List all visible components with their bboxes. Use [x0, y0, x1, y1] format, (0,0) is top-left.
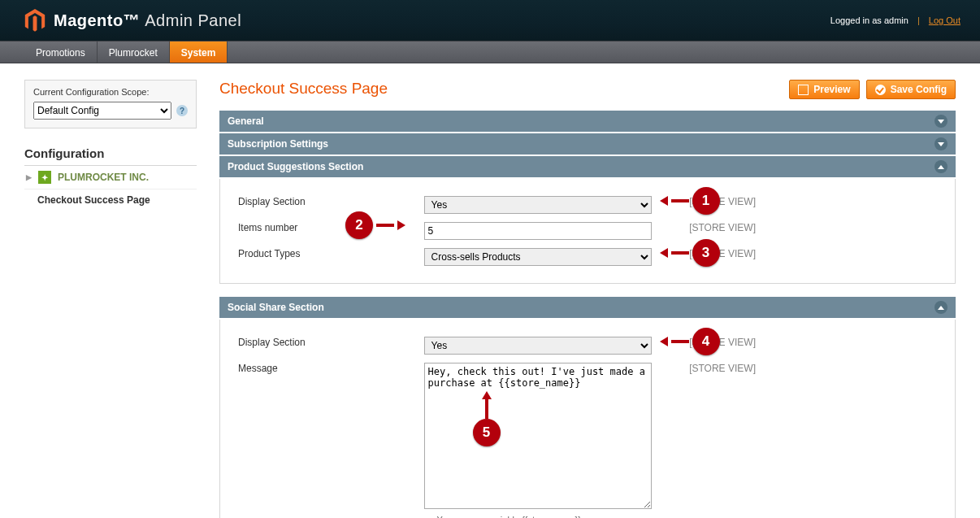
content-header: Checkout Success Page Preview Save Confi… [219, 80, 956, 99]
scope-store-view: [STORE VIEW] [689, 192, 937, 218]
help-icon[interactable]: ? [176, 105, 188, 116]
label-message: Message [238, 359, 424, 518]
nav-item-promotions[interactable]: Promotions [24, 41, 98, 63]
chevron-up-icon [934, 160, 947, 173]
save-config-button[interactable]: Save Config [866, 80, 956, 99]
magento-logo-icon [24, 9, 46, 32]
magento-logo: Magento™ Admin Panel [24, 9, 241, 32]
content-area: Checkout Success Page Preview Save Confi… [219, 80, 956, 518]
brand-main: Magento [54, 11, 124, 29]
textarea-message[interactable]: Hey, check this out! I've just made a pu… [424, 363, 652, 509]
preview-button[interactable]: Preview [789, 80, 859, 99]
label-product-types: Product Types [238, 244, 424, 270]
sidebar-item-checkout-success[interactable]: Checkout Success Page [24, 189, 197, 211]
config-scope-select[interactable]: Default Config [33, 102, 171, 120]
label-display-section: Display Section [238, 192, 424, 218]
nav-item-system[interactable]: System [170, 41, 228, 63]
sidebar-vendor-plumrocket[interactable]: ▶ ✦ PLUMROCKET INC. [24, 166, 197, 189]
logged-in-text: Logged in as admin [830, 15, 908, 25]
preview-icon [798, 85, 809, 95]
sidebar-header-configuration: Configuration [24, 137, 197, 166]
page-title: Checkout Success Page [219, 80, 388, 98]
label-items-number: Items number [238, 222, 297, 233]
scope-store-view: [STORE VIEW] [689, 359, 937, 518]
brand-sub: Admin Panel [145, 11, 241, 29]
sidebar: Current Configuration Scope: Default Con… [24, 80, 197, 518]
input-items-number[interactable] [424, 222, 652, 240]
config-scope-box: Current Configuration Scope: Default Con… [24, 80, 197, 128]
plumrocket-icon: ✦ [38, 171, 51, 184]
section-product-suggestions-body: Display Section Yes 1 [STORE VIEW] [219, 179, 956, 284]
section-social-share-title: Social Share Section [228, 302, 324, 313]
save-config-button-label: Save Config [891, 84, 947, 95]
section-general-title: General [228, 115, 264, 127]
scope-store-view: [STORE VIEW] [689, 244, 937, 270]
section-general[interactable]: General [219, 111, 956, 132]
section-subscription-settings[interactable]: Subscription Settings [219, 133, 956, 155]
preview-button-label: Preview [813, 84, 850, 95]
select-display-section-ss[interactable]: Yes [424, 337, 652, 355]
section-product-suggestions-title: Product Suggestions Section [228, 161, 363, 172]
check-icon [875, 85, 886, 95]
section-social-share-body: Display Section Yes 4 [STORE VIEW] [219, 320, 956, 518]
main-nav: Promotions Plumrocket System [0, 41, 980, 63]
chevron-down-icon [934, 137, 947, 150]
scope-store-view: [STORE VIEW] [689, 333, 937, 359]
logout-link[interactable]: Log Out [929, 15, 960, 25]
admin-header: Magento™ Admin Panel Logged in as admin … [0, 0, 980, 41]
select-product-types[interactable]: Cross-sells Products [424, 248, 652, 266]
message-note-text: You can use variable {{store_name}} [436, 515, 581, 518]
nav-item-plumrocket[interactable]: Plumrocket [98, 41, 170, 63]
label-display-section-ss: Display Section [238, 333, 424, 359]
sidebar-vendor-label: PLUMROCKET INC. [58, 172, 149, 183]
select-display-section-ps[interactable]: Yes [424, 196, 652, 214]
chevron-down-icon [934, 115, 947, 128]
scope-store-view: [STORE VIEW] [689, 218, 937, 244]
config-scope-label: Current Configuration Scope: [33, 87, 188, 97]
section-social-share[interactable]: Social Share Section [219, 297, 956, 318]
section-subscription-title: Subscription Settings [228, 138, 328, 150]
header-right: Logged in as admin | Log Out [830, 15, 960, 25]
chevron-up-icon [934, 301, 947, 314]
section-product-suggestions[interactable]: Product Suggestions Section [219, 156, 956, 177]
message-note: ▲ You can use variable {{store_name}} [424, 515, 690, 518]
chevron-right-icon: ▶ [26, 173, 32, 181]
